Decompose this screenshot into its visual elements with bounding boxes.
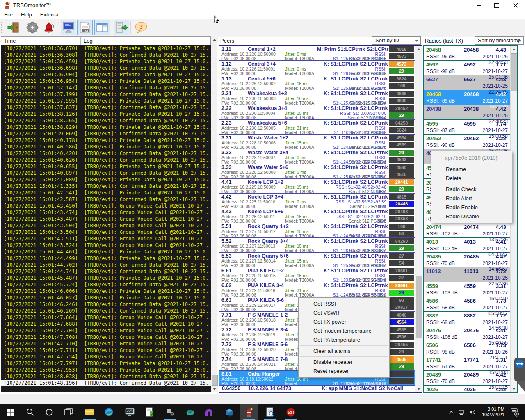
taskbar-purple-app-button[interactable] bbox=[199, 404, 218, 420]
peer-row-1.12[interactable]: 1.12Central 3+4K: S1:LCPtrnk S2:LCPtrnk … bbox=[219, 61, 415, 75]
peer-row-2.23[interactable]: 2.23Waiakeakua 5+6K: S1:LCPtrnk S2:LCPtr… bbox=[219, 120, 415, 135]
radio-menu-item-radio-enable[interactable]: Radio Enable bbox=[431, 203, 512, 212]
log-row[interactable]: [10/27/2021 15:01:41.335][TRBO/evt]: Con… bbox=[1, 183, 211, 189]
radios-scrollbar-thumb[interactable] bbox=[511, 53, 517, 91]
log-row[interactable]: [10/27/2021 15:01:36.070][TRBO/evt]: Pri… bbox=[1, 45, 211, 52]
log-row[interactable]: [10/27/2021 15:01:36.308][TRBO/evt]: Con… bbox=[1, 52, 211, 58]
log-row[interactable]: [10/27/2021 15:01:41.089][TRBO/evt]: Pri… bbox=[1, 176, 211, 183]
log-row[interactable]: [10/27/2021 15:01:43.511][TRBO/evt]: Gro… bbox=[1, 235, 211, 242]
log-row[interactable]: [10/27/2021 15:01:46.027][TRBO/evt]: Pri… bbox=[1, 294, 211, 301]
split-view-button[interactable] bbox=[94, 20, 110, 35]
peer-row-5.53[interactable]: 5.53Rock Quarry 5+6K: S1:LCPtrnk S2:LCPt… bbox=[219, 253, 415, 267]
scroll-up-icon[interactable] bbox=[211, 36, 218, 43]
log-row[interactable]: [10/27/2021 15:01:48.038][TRBO/evt]: Con… bbox=[1, 373, 211, 380]
log-row[interactable]: [10/27/2021 15:01:37.147][TRBO/evt]: Con… bbox=[1, 84, 211, 91]
peers-sort-dropdown[interactable]: Sort by ID bbox=[372, 36, 421, 45]
peer-row-6.61[interactable]: 6.61PUA KILEA 1-2K: S1:LCPtrnk S2:LCPtrn… bbox=[219, 267, 415, 282]
radio-row-17741[interactable]: 17741177413.31RSSI: -61 dB2021-10-27 15:… bbox=[424, 356, 510, 371]
radio-row-6627[interactable]: 662766274.432021-10-25 22:24:35 bbox=[424, 75, 510, 90]
log-row[interactable]: [10/27/2021 15:01:45.487][TRBO/evt]: Pri… bbox=[1, 275, 211, 281]
tray-clock[interactable]: 3:01 PM 10/27/2021 bbox=[479, 406, 504, 418]
peer-row-2.22[interactable]: 2.22Waiakeakua 3+4K: S1:LCPtrnk S2:LCPtr… bbox=[219, 105, 415, 120]
log-row[interactable]: [10/27/2021 15:01:43.504][TRBO/evt]: Gro… bbox=[1, 222, 211, 229]
log-row[interactable]: [10/27/2021 15:01:43.524][TRBO/evt]: Gro… bbox=[1, 242, 211, 249]
peer-menu-item-get-modem-temperature[interactable]: Get modem temperature bbox=[299, 326, 389, 336]
log-row[interactable]: [10/27/2021 15:01:36.459][TRBO/evt]: Pri… bbox=[1, 58, 211, 65]
log-row[interactable]: [10/27/2021 15:01:37.199][TRBO/evt]: Con… bbox=[1, 91, 211, 98]
radio-row-6506[interactable]: 650665067.73RSSI: -98 dB2021-10-26 21:11… bbox=[424, 341, 510, 356]
minimize-button[interactable] bbox=[472, 1, 486, 9]
radio-row-20438[interactable]: 20438204384.422021-10-25 22:40:23 bbox=[424, 105, 510, 120]
radio-row-4026[interactable]: 402640264.42 bbox=[424, 386, 510, 393]
taskbar-edge-button[interactable] bbox=[99, 404, 118, 420]
log-row[interactable]: [10/27/2021 15:01:43.504][TRBO/evt]: Gro… bbox=[1, 229, 211, 235]
log-row[interactable]: [10/27/2021 15:01:47.953][TRBO/evt]: Pri… bbox=[1, 367, 211, 373]
log-row[interactable]: [10/27/2021 15:01:43.487][TRBO/evt]: Gro… bbox=[1, 216, 211, 222]
tray-volume-icon[interactable] bbox=[468, 407, 477, 417]
peer-row-5.52[interactable]: 5.52Rock Quarry 3+4K: S1:LCPtrnk S2:LCPt… bbox=[219, 238, 415, 253]
log-row[interactable]: [10/27/2021 15:01:46.006][TRBO/evt]: Pri… bbox=[1, 288, 211, 294]
log-row[interactable]: [10/27/2021 15:01:46.269][TRBO/evt]: Con… bbox=[1, 308, 211, 314]
taskbar-gears-app-button[interactable] bbox=[160, 404, 179, 420]
log-row[interactable]: [10/27/2021 15:01:46.246][TRBO/evt]: Con… bbox=[1, 301, 211, 308]
log-row[interactable]: [10/27/2021 15:01:38.365][TRBO/evt]: Con… bbox=[1, 117, 211, 124]
log-row[interactable]: [10/27/2021 15:01:47.734][TRBO/evt]: Gro… bbox=[1, 354, 211, 360]
taskbar-task-view-button[interactable] bbox=[59, 404, 78, 420]
peer-menu-item-get-vswr[interactable]: Get VSWR bbox=[299, 308, 389, 317]
taskbar-start-button[interactable] bbox=[1, 404, 20, 420]
log-row[interactable]: [10/27/2021 15:01:40.655][TRBO/evt]: Pri… bbox=[1, 163, 211, 170]
radios-sort-dropdown[interactable]: Sort by timestamp bbox=[475, 36, 524, 45]
peer-row-1.13[interactable]: 1.13Central 5+6K: S1:LCPtrnk S2:LCPtrnk … bbox=[219, 75, 415, 90]
log-row[interactable]: [10/27/2021 15:01:36.954][TRBO/evt]: Pri… bbox=[1, 78, 211, 84]
menu-help[interactable]: Help bbox=[17, 11, 36, 18]
log-row[interactable]: [10/27/2021 15:01:43.474][TRBO/evt]: Gro… bbox=[1, 209, 211, 216]
taskbar-trbomonitor-button[interactable] bbox=[240, 404, 258, 420]
taskbar-monitor-app-button[interactable] bbox=[120, 404, 139, 420]
peer-row-3.33[interactable]: 3.33Waste Water 5+6K: S1:LCPtrnk S2:LCPt… bbox=[219, 164, 415, 179]
log-row[interactable]: [10/27/2021 15:01:47.797][TRBO/evt]: Pri… bbox=[1, 360, 211, 367]
log-row[interactable]: [10/27/2021 15:01:47.664][TRBO/evt]: Gro… bbox=[1, 314, 211, 321]
log-row[interactable]: [10/27/2021 15:01:36.904][TRBO/evt]: Pri… bbox=[1, 71, 211, 78]
log-row[interactable]: [10/27/2021 15:01:40.178][TRBO/evt]: Pri… bbox=[1, 137, 211, 144]
tray-network-icon[interactable] bbox=[457, 407, 467, 417]
log-row[interactable]: [10/27/2021 15:01:40.626][TRBO/evt]: Con… bbox=[1, 157, 211, 163]
log-row[interactable]: [10/27/2021 15:01:45.724][TRBO/evt]: Con… bbox=[1, 281, 211, 288]
log-row[interactable]: [10/27/2021 15:01:39.069][TRBO/evt]: Con… bbox=[1, 130, 211, 137]
close-button[interactable] bbox=[509, 1, 523, 9]
peer-menu-item-clear-all-alarms[interactable]: Clear all alarms bbox=[299, 347, 389, 356]
menu-external[interactable]: External bbox=[36, 11, 64, 18]
log-row[interactable]: [10/27/2021 15:01:47.708][TRBO/evt]: Gro… bbox=[1, 334, 211, 340]
help-bubble-button[interactable]: ? bbox=[133, 20, 149, 35]
log-row[interactable]: [10/27/2021 15:01:43.450][TRBO/evt]: Gro… bbox=[1, 203, 211, 209]
radio-menu-item-radio-alert[interactable]: Radio Alert bbox=[431, 194, 512, 203]
taskbar-doc-viewer-button[interactable] bbox=[260, 404, 279, 420]
log-row[interactable]: [10/27/2021 15:01:48.196][TRBO/evt]: Con… bbox=[1, 380, 211, 386]
radio-row-4013[interactable]: 401340134.41RSSI: -102 dB2021-10-27 04:3… bbox=[424, 238, 510, 253]
menu-file[interactable]: File bbox=[0, 11, 17, 18]
taskbar-box-app-button[interactable] bbox=[220, 404, 239, 420]
radio-menu-item-rename[interactable]: Rename bbox=[431, 165, 512, 174]
radio-menu-item-delete[interactable]: Delete bbox=[431, 174, 512, 183]
log-row[interactable]: [10/27/2021 15:01:37.595][TRBO/evt]: Pri… bbox=[1, 98, 211, 104]
scroll-down-icon[interactable] bbox=[415, 386, 422, 392]
peer-row-1.11[interactable]: 1.11Central 1+2M: Prim S1:LCPtrnk S2:LCP… bbox=[219, 46, 415, 61]
maximize-button[interactable] bbox=[490, 1, 504, 9]
settings-gear-button[interactable] bbox=[25, 20, 40, 35]
toolbar-grip[interactable] bbox=[1, 21, 2, 34]
exit-door-button[interactable] bbox=[6, 20, 21, 35]
peer-row-4.42[interactable]: 4.42Koele LCP 3+4K: S1:LCPtrnk S2:LCPtrn… bbox=[219, 194, 415, 208]
log-row[interactable]: [10/27/2021 15:01:38.126][TRBO/evt]: Pri… bbox=[1, 111, 211, 117]
radio-menu-item-radio-disable[interactable]: Radio Disable bbox=[431, 212, 512, 221]
log-row[interactable]: [10/27/2021 15:01:44.499][TRBO/evt]: Pri… bbox=[1, 255, 211, 262]
radio-row-4592[interactable]: 459245927.71RSSI: -98 dB2021-10-27 15:01… bbox=[424, 61, 510, 75]
scroll-down-icon[interactable] bbox=[211, 386, 218, 392]
scroll-up-icon[interactable] bbox=[415, 46, 422, 52]
log-row[interactable]: [10/27/2021 15:01:42.341][TRBO/evt]: Pri… bbox=[1, 189, 211, 196]
peers-scrollbar[interactable] bbox=[415, 46, 422, 392]
taskbar-cortana-button[interactable] bbox=[40, 404, 59, 420]
peer-row-3.32[interactable]: 3.32Waste Water 3+4K: S1:LCPtrnk S2:LCPt… bbox=[219, 149, 415, 164]
radio-row-20474[interactable]: 20474204744.43RSSI: -102 dB2021-10-27 13… bbox=[424, 223, 510, 238]
log-row[interactable]: [10/27/2021 15:01:44.461][TRBO/evt]: Pri… bbox=[1, 249, 211, 255]
log-row[interactable]: [10/27/2021 15:01:40.897][TRBO/evt]: Con… bbox=[1, 170, 211, 176]
peer-row-3.31[interactable]: 3.31Waste Water 1+2K: S1:LCPtrnk S2:LCPt… bbox=[219, 135, 415, 149]
